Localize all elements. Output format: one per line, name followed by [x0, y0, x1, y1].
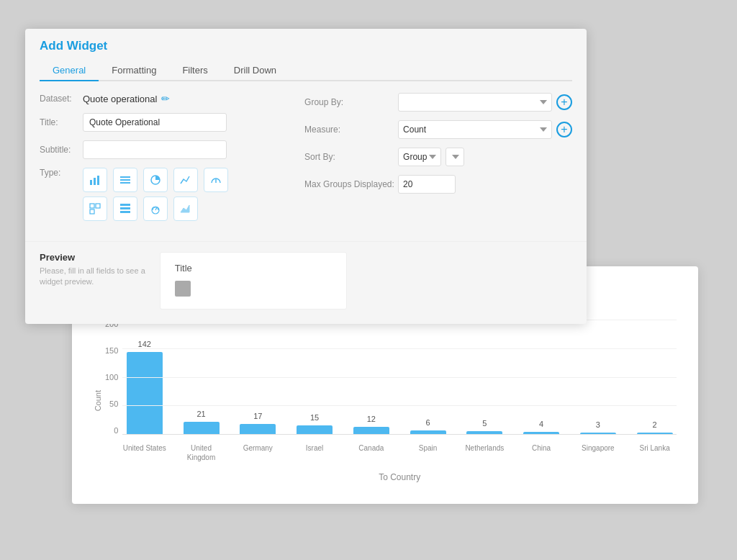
line-chart-icon[interactable]: [173, 168, 198, 192]
max-groups-input[interactable]: [398, 175, 456, 194]
type-row: Type:: [40, 168, 283, 221]
bar-group: 5: [463, 419, 507, 434]
svg-rect-8: [90, 204, 94, 208]
dataset-value: Quote operational ✏: [83, 93, 170, 104]
y-axis-label-wrap: Count: [94, 320, 105, 482]
bar-group: 12: [349, 415, 393, 434]
svg-rect-1: [94, 178, 96, 185]
svg-rect-3: [120, 176, 130, 178]
max-groups-label: Max Groups Displayed:: [304, 179, 398, 189]
bar: [466, 431, 502, 434]
svg-line-15: [155, 207, 157, 210]
y-ticks: 200 150 100 50 0: [105, 320, 122, 435]
preview-box-title: Title: [175, 263, 192, 274]
area-chart-icon[interactable]: [173, 197, 198, 221]
panel-header: Add Widget General Formatting Filters Dr…: [25, 29, 587, 81]
measure-select[interactable]: Count: [398, 120, 552, 139]
sort-by-select-2[interactable]: [446, 148, 464, 166]
bar-label: Sri Lanka: [633, 443, 677, 462]
bar-value: 6: [426, 418, 430, 427]
edit-icon[interactable]: ✏: [161, 93, 170, 104]
max-groups-wrap: [398, 175, 456, 194]
svg-rect-9: [96, 204, 100, 208]
svg-rect-10: [90, 209, 94, 214]
bar-group: 6: [406, 418, 450, 434]
bar: [297, 425, 333, 434]
bar: [410, 430, 446, 434]
measure-label: Measure:: [304, 125, 398, 135]
preview-hint: Please, fill in all fields to see a widg…: [40, 266, 145, 288]
bar-label: Netherlands: [463, 443, 507, 462]
dataset-text: Quote operational: [83, 94, 157, 104]
svg-rect-2: [97, 176, 99, 185]
y-tick-0: 0: [114, 426, 118, 435]
sort-by-row: Sort By: Group: [304, 148, 572, 166]
svg-rect-11: [120, 207, 130, 209]
svg-rect-4: [120, 179, 130, 181]
bar-value: 12: [367, 415, 376, 423]
preview-section: Preview Please, fill in all fields to se…: [25, 252, 587, 310]
svg-rect-0: [90, 180, 92, 185]
bar: [580, 433, 616, 434]
group-by-select[interactable]: [398, 93, 552, 112]
title-label: Title:: [40, 117, 83, 127]
grid-line-100: [122, 377, 677, 378]
type-icons: [83, 168, 228, 221]
bar-group: 15: [293, 413, 337, 434]
type-icons-row2: [83, 197, 228, 221]
preview-placeholder: [175, 281, 191, 297]
bar: [184, 422, 220, 434]
bar-value: 15: [310, 413, 319, 422]
dial-icon[interactable]: [204, 168, 228, 192]
panel-body: Dataset: Quote operational ✏ Title: Subt…: [25, 81, 587, 241]
pie-chart-icon[interactable]: [143, 168, 168, 192]
bar-value: 21: [196, 410, 205, 418]
title-row: Title:: [40, 113, 283, 132]
chart-bars-area: 1422117151265432 United StatesUnited Kin…: [122, 320, 677, 482]
group-by-row: Group By: +: [304, 93, 572, 112]
left-section: Dataset: Quote operational ✏ Title: Subt…: [40, 93, 283, 230]
bar-group: 142: [122, 340, 166, 434]
list-icon[interactable]: [113, 168, 137, 192]
y-axis-label: Count: [94, 390, 102, 411]
group-by-label: Group By:: [304, 97, 398, 107]
tab-formatting[interactable]: Formatting: [99, 60, 169, 81]
bar-chart-icon[interactable]: [83, 168, 107, 192]
bar-group: 17: [236, 412, 280, 434]
bar-label: China: [520, 443, 564, 462]
bar-value: 5: [482, 419, 487, 428]
gauge-icon[interactable]: [143, 197, 168, 221]
measure-add-btn[interactable]: +: [556, 122, 572, 137]
type-icons-row1: [83, 168, 228, 192]
tabs-row: General Formatting Filters Drill Down: [40, 60, 572, 81]
subtitle-input[interactable]: [83, 140, 227, 159]
tab-general[interactable]: General: [40, 60, 99, 81]
bar: [637, 433, 673, 434]
right-section: Group By: + Measure: Count + So: [304, 93, 572, 230]
subtitle-row: Subtitle:: [40, 140, 283, 159]
grid-line-150: [122, 348, 677, 349]
bar: [240, 424, 276, 434]
group-by-add-btn[interactable]: +: [556, 94, 572, 110]
bar-group: 2: [633, 420, 677, 434]
bar-label: Spain: [406, 443, 450, 462]
tab-filters[interactable]: Filters: [169, 60, 220, 81]
svg-rect-13: [120, 204, 130, 206]
title-input[interactable]: [83, 113, 227, 132]
bar-value: 2: [653, 420, 657, 429]
grid-line-50: [122, 405, 677, 406]
tab-drilldown[interactable]: Drill Down: [221, 60, 289, 81]
bar-group: 4: [520, 420, 564, 434]
column-chart-icon[interactable]: [113, 197, 137, 221]
y-tick-50: 50: [109, 399, 118, 408]
bar-label: Canada: [349, 443, 393, 462]
chart-content: Count 200 150 100 50 0 1422117151265432: [94, 320, 677, 482]
bar-label: Israel: [293, 443, 337, 462]
bars-container: 1422117151265432: [122, 320, 677, 435]
pivot-icon[interactable]: [83, 197, 107, 221]
sort-by-select-1[interactable]: Group: [398, 148, 441, 166]
subtitle-label: Subtitle:: [40, 145, 83, 155]
bar-label: United Kingdom: [179, 443, 223, 462]
measure-row: Measure: Count +: [304, 120, 572, 139]
dataset-label: Dataset:: [40, 94, 83, 104]
